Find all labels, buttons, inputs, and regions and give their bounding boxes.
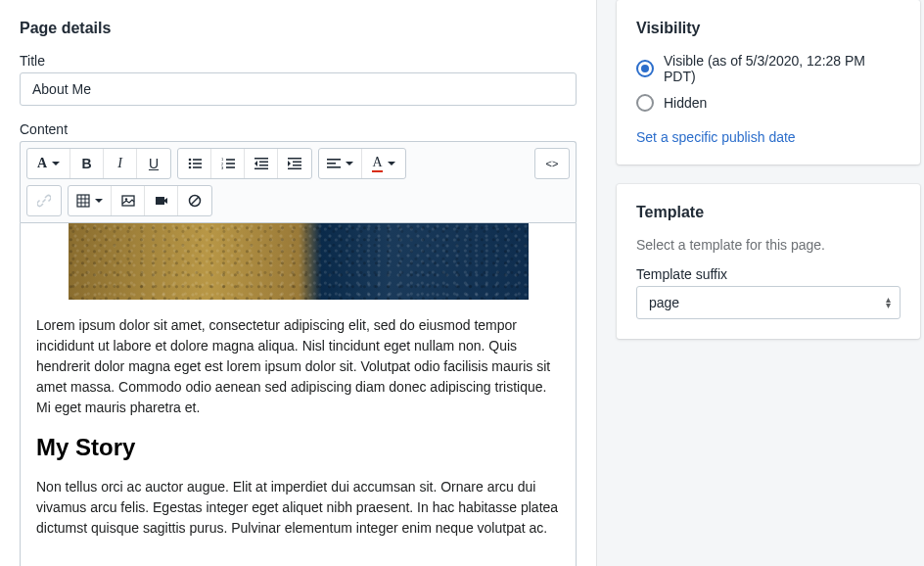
text-color-dropdown[interactable]: A <box>362 149 405 178</box>
svg-text:3: 3 <box>221 165 224 170</box>
content-editor[interactable]: Lorem ipsum dolor sit amet, consectetur … <box>20 222 577 566</box>
svg-rect-3 <box>193 163 202 165</box>
svg-point-2 <box>188 163 191 165</box>
image-button[interactable] <box>112 186 145 215</box>
video-button[interactable] <box>145 186 178 215</box>
svg-rect-15 <box>254 168 268 170</box>
visibility-heading: Visibility <box>636 20 901 37</box>
template-heading: Template <box>636 204 901 221</box>
svg-rect-20 <box>288 168 301 170</box>
format-dropdown[interactable]: A <box>27 149 70 178</box>
select-arrows-icon: ▴▾ <box>886 297 891 308</box>
svg-point-0 <box>188 159 191 162</box>
visibility-hidden-option[interactable]: Hidden <box>636 94 901 112</box>
svg-rect-19 <box>293 165 301 166</box>
svg-marker-33 <box>164 198 167 204</box>
publish-date-link[interactable]: Set a specific publish date <box>636 129 796 145</box>
svg-point-4 <box>188 166 191 169</box>
indent-button[interactable] <box>278 149 311 178</box>
clear-format-button[interactable] <box>178 186 211 215</box>
svg-rect-25 <box>77 195 89 207</box>
bold-button[interactable]: B <box>70 149 104 178</box>
svg-rect-13 <box>259 162 268 164</box>
page-details-card: Page details Title Content A B I U 123 <box>0 0 597 566</box>
visibility-hidden-label: Hidden <box>664 95 707 111</box>
template-card: Template Select a template for this page… <box>617 184 920 339</box>
align-dropdown[interactable] <box>319 149 362 178</box>
html-button[interactable]: <> <box>535 149 569 178</box>
svg-rect-5 <box>193 166 202 168</box>
bullet-list-button[interactable] <box>178 149 211 178</box>
title-label: Title <box>20 53 577 69</box>
content-paragraph: Non tellus orci ac auctor augue. Elit at… <box>36 477 560 539</box>
svg-rect-1 <box>193 159 202 161</box>
svg-rect-12 <box>254 158 268 160</box>
table-dropdown[interactable] <box>69 186 112 215</box>
svg-marker-16 <box>254 161 257 166</box>
visibility-visible-label: Visible (as of 5/3/2020, 12:28 PM PDT) <box>664 53 901 84</box>
template-suffix-select[interactable]: page <box>636 286 901 319</box>
visibility-card: Visibility Visible (as of 5/3/2020, 12:2… <box>617 0 920 165</box>
svg-marker-21 <box>288 161 291 166</box>
svg-rect-23 <box>327 163 336 165</box>
radio-icon <box>636 60 654 77</box>
editor-toolbar: A B I U 123 <box>20 141 577 222</box>
content-paragraph: Lorem ipsum dolor sit amet, consectetur … <box>36 315 560 418</box>
svg-rect-22 <box>327 159 341 161</box>
content-label: Content <box>20 121 577 137</box>
title-input[interactable] <box>20 72 577 106</box>
svg-rect-14 <box>259 165 268 166</box>
svg-rect-9 <box>226 163 235 165</box>
svg-rect-11 <box>226 166 235 168</box>
svg-rect-7 <box>226 159 235 161</box>
italic-button[interactable]: I <box>104 149 137 178</box>
visibility-visible-option[interactable]: Visible (as of 5/3/2020, 12:28 PM PDT) <box>636 53 901 84</box>
svg-rect-32 <box>156 197 164 205</box>
ordered-list-button[interactable]: 123 <box>211 149 245 178</box>
svg-line-35 <box>191 197 199 205</box>
content-image[interactable] <box>69 223 529 300</box>
svg-rect-24 <box>327 166 341 168</box>
svg-rect-17 <box>288 158 301 160</box>
content-heading: My Story <box>36 434 560 461</box>
template-help-text: Select a template for this page. <box>636 237 901 253</box>
template-suffix-label: Template suffix <box>636 266 901 282</box>
link-button[interactable] <box>27 186 61 215</box>
radio-icon <box>636 94 654 112</box>
outdent-button[interactable] <box>245 149 278 178</box>
svg-rect-18 <box>293 162 301 164</box>
underline-button[interactable]: U <box>137 149 170 178</box>
page-details-heading: Page details <box>20 20 577 37</box>
